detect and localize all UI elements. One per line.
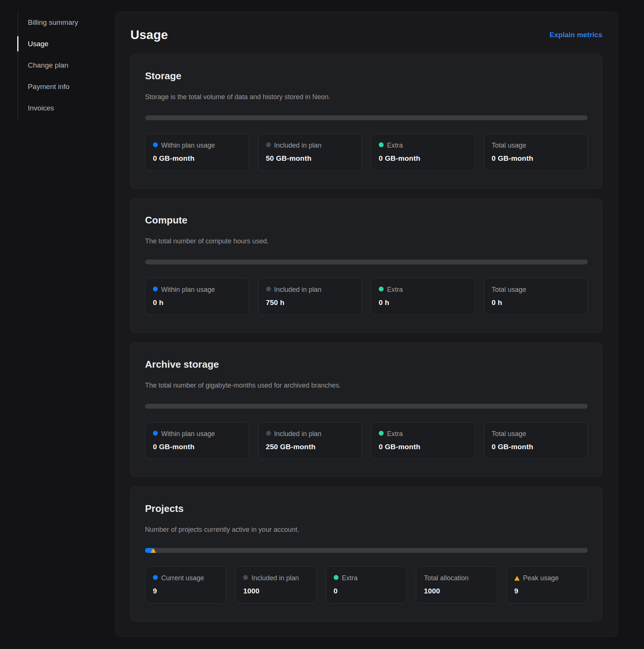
storage-progress-bar xyxy=(145,115,588,120)
stat-value: 9 xyxy=(153,587,218,595)
sidebar-item-label: Invoices xyxy=(28,104,54,112)
green-dot-icon xyxy=(379,431,384,436)
projects-stats-row: Current usage 9 Included in plan 1000 Ex… xyxy=(145,566,588,604)
stat-label: Current usage xyxy=(161,573,204,584)
sidebar-item-label: Billing summary xyxy=(28,18,78,27)
sidebar-item-invoices[interactable]: Invoices xyxy=(18,97,104,119)
blue-dot-icon xyxy=(153,575,158,580)
stat-label: Extra xyxy=(387,140,403,151)
explain-metrics-link[interactable]: Explain metrics xyxy=(550,31,602,39)
billing-sidebar: Billing summary Usage Change plan Paymen… xyxy=(18,12,104,119)
stat-card-included-in-plan: Included in plan 1000 xyxy=(235,566,316,604)
stat-card-included-in-plan: Included in plan 50 GB-month xyxy=(258,134,362,171)
stat-card-within-plan: Within plan usage 0 GB-month xyxy=(145,422,249,459)
stat-label-row: Extra xyxy=(379,140,467,151)
stat-label-row: Extra xyxy=(379,285,467,295)
stat-value: 9 xyxy=(514,587,580,595)
gray-dot-icon xyxy=(266,287,271,291)
archive-progress-bar xyxy=(145,404,588,409)
sidebar-item-change-plan[interactable]: Change plan xyxy=(18,54,104,76)
stat-value: 0 GB-month xyxy=(153,443,241,451)
stat-value: 1000 xyxy=(424,587,489,595)
storage-section: Storage Storage is the total volume of d… xyxy=(130,54,602,189)
stat-card-included-in-plan: Included in plan 750 h xyxy=(258,278,362,315)
section-title: Compute xyxy=(145,214,588,226)
stat-label-row: Total usage xyxy=(492,429,580,439)
stat-label: Total usage xyxy=(492,140,526,151)
blue-dot-icon xyxy=(153,431,158,436)
gray-dot-icon xyxy=(266,142,271,147)
sidebar-item-billing-summary[interactable]: Billing summary xyxy=(18,12,104,33)
stat-card-extra: Extra 0 xyxy=(326,566,407,604)
stat-label-row: Included in plan xyxy=(266,429,354,439)
blue-dot-icon xyxy=(153,287,158,291)
storage-stats-row: Within plan usage 0 GB-month Included in… xyxy=(145,134,588,171)
green-dot-icon xyxy=(379,142,384,147)
sidebar-item-payment-info[interactable]: Payment info xyxy=(18,76,104,97)
usage-panel: Usage Explain metrics Storage Storage is… xyxy=(115,12,618,637)
stat-label-row: Extra xyxy=(379,429,467,439)
section-description: The total number of gigabyte-months used… xyxy=(145,382,588,389)
stat-value: 0 h xyxy=(379,299,467,307)
green-dot-icon xyxy=(379,287,384,291)
archive-storage-section: Archive storage The total number of giga… xyxy=(130,343,602,477)
stat-label: Included in plan xyxy=(274,429,322,439)
section-title: Storage xyxy=(145,70,588,82)
stat-card-total-usage: Total usage 0 GB-month xyxy=(484,134,588,171)
gray-dot-icon xyxy=(243,575,248,580)
stat-value: 750 h xyxy=(266,299,354,307)
stat-value: 0 GB-month xyxy=(379,154,467,163)
stat-card-total-allocation: Total allocation 1000 xyxy=(416,566,497,604)
stat-label: Within plan usage xyxy=(161,140,215,151)
stat-card-within-plan: Within plan usage 0 GB-month xyxy=(145,134,249,171)
projects-section: Projects Number of projects currently ac… xyxy=(130,487,602,621)
stat-card-extra: Extra 0 GB-month xyxy=(371,134,475,171)
stat-card-extra: Extra 0 GB-month xyxy=(371,422,475,459)
stat-label: Extra xyxy=(387,429,403,439)
section-title: Projects xyxy=(145,503,588,515)
section-title: Archive storage xyxy=(145,359,588,370)
stat-card-extra: Extra 0 h xyxy=(371,278,475,315)
projects-peak-marker-icon xyxy=(151,548,156,553)
stat-label-row: Peak usage xyxy=(514,573,580,584)
stat-value: 0 h xyxy=(492,299,580,307)
sidebar-item-label: Usage xyxy=(28,40,48,48)
stat-label-row: Extra xyxy=(334,573,399,584)
stat-value: 0 GB-month xyxy=(492,443,580,451)
sidebar-item-usage[interactable]: Usage xyxy=(18,33,104,54)
stat-label-row: Within plan usage xyxy=(153,429,241,439)
green-dot-icon xyxy=(334,575,339,580)
stat-card-within-plan: Within plan usage 0 h xyxy=(145,278,249,315)
stat-card-total-usage: Total usage 0 h xyxy=(484,278,588,315)
stat-value: 0 GB-month xyxy=(153,154,241,163)
stat-value: 0 GB-month xyxy=(379,443,467,451)
stat-label: Extra xyxy=(342,573,358,584)
archive-stats-row: Within plan usage 0 GB-month Included in… xyxy=(145,422,588,459)
stat-label: Peak usage xyxy=(523,573,559,584)
stat-value: 250 GB-month xyxy=(266,443,354,451)
stat-value: 0 xyxy=(334,587,399,595)
panel-header: Usage Explain metrics xyxy=(130,25,602,42)
stat-label-row: Included in plan xyxy=(266,285,354,295)
stat-card-total-usage: Total usage 0 GB-month xyxy=(484,422,588,459)
stat-value: 1000 xyxy=(243,587,308,595)
sidebar-item-label: Change plan xyxy=(28,61,68,69)
stat-label: Within plan usage xyxy=(161,285,215,295)
peak-triangle-icon xyxy=(514,576,520,581)
stat-card-included-in-plan: Included in plan 250 GB-month xyxy=(258,422,362,459)
compute-progress-bar xyxy=(145,260,588,264)
stat-label-row: Total usage xyxy=(492,285,580,295)
page-title: Usage xyxy=(130,28,168,42)
stat-card-current-usage: Current usage 9 xyxy=(145,566,226,604)
stat-value: 0 GB-month xyxy=(492,154,580,163)
stat-label: Included in plan xyxy=(251,573,299,584)
stat-label: Total allocation xyxy=(424,573,469,584)
stat-label-row: Within plan usage xyxy=(153,140,241,151)
blue-dot-icon xyxy=(153,142,158,147)
stat-label-row: Within plan usage xyxy=(153,285,241,295)
stat-label: Within plan usage xyxy=(161,429,215,439)
compute-section: Compute The total number of compute hour… xyxy=(130,198,602,333)
projects-progress-bar xyxy=(145,548,588,553)
stat-value: 50 GB-month xyxy=(266,154,354,163)
stat-card-peak-usage: Peak usage 9 xyxy=(506,566,588,604)
